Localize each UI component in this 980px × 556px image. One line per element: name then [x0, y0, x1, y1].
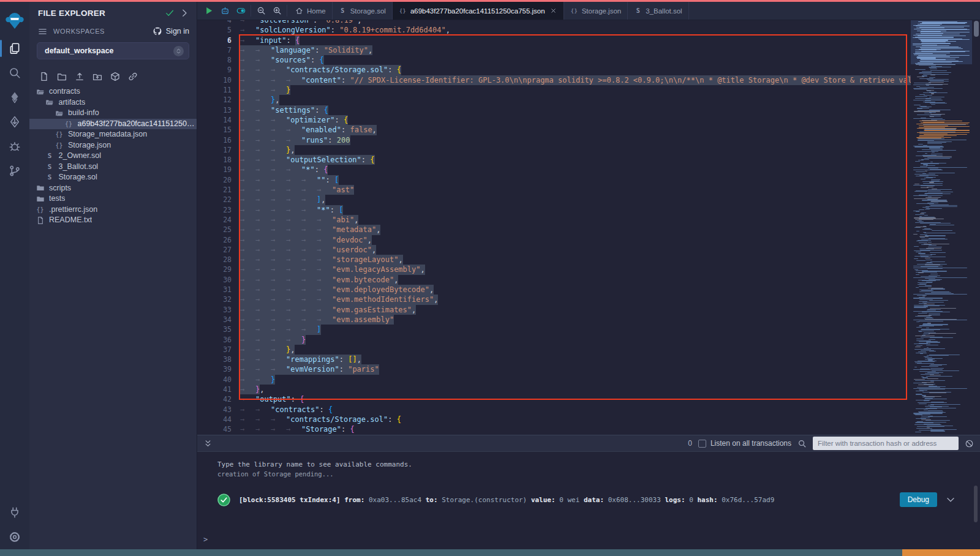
- code-line-41[interactable]: 41→},: [197, 385, 911, 394]
- run-script-button[interactable]: [201, 2, 217, 20]
- code-line-35[interactable]: 35→→→→→]: [197, 325, 911, 334]
- solidity-compiler-icon[interactable]: [0, 85, 29, 110]
- file-explorer-icon[interactable]: [0, 36, 29, 61]
- ai-assistant-icon[interactable]: [217, 2, 233, 20]
- code-line-43[interactable]: 43→→"contracts": {: [197, 405, 911, 415]
- deploy-run-icon[interactable]: [0, 110, 29, 134]
- code-line-25[interactable]: 25→→→→→→"metadata",: [197, 225, 911, 235]
- tab-a69b43f277ba20fcac141151250ca755-json[interactable]: {}a69b43f277ba20fcac141151250ca755.json: [393, 2, 564, 20]
- tree-item-readme-txt[interactable]: README.txt: [29, 215, 197, 226]
- debugger-icon[interactable]: [0, 134, 29, 159]
- code-line-40[interactable]: 40→→}: [197, 375, 911, 385]
- code-line-4[interactable]: 4→"solcVersion": "0.8.19",: [197, 20, 911, 25]
- code-line-44[interactable]: 44→→→"contracts/Storage.sol": {: [197, 415, 911, 424]
- clear-console-icon[interactable]: [965, 439, 974, 448]
- tree-item-scripts[interactable]: scripts: [29, 183, 197, 194]
- cube-icon[interactable]: [110, 72, 120, 81]
- code-line-33[interactable]: 33→→→→→→"evm.gasEstimates",: [197, 305, 911, 315]
- chevron-right-icon[interactable]: [179, 8, 189, 18]
- code-line-11[interactable]: 11→→→}: [197, 85, 911, 95]
- tree-item-contracts[interactable]: contracts: [29, 86, 197, 97]
- zoom-in-icon[interactable]: [269, 2, 285, 20]
- tree-item-2-owner-sol[interactable]: S2_Owner.sol: [29, 151, 197, 162]
- code-line-7[interactable]: 7→→"language": "Solidity",: [197, 45, 911, 55]
- code-line-34[interactable]: 34→→→→→→"evm.assembly": [197, 315, 911, 325]
- editor-scrollbar-thumb[interactable]: [974, 21, 979, 37]
- code-line-38[interactable]: 38→→→"remappings": [],: [197, 355, 911, 364]
- sign-in-button[interactable]: Sign in: [153, 26, 189, 36]
- code-line-8[interactable]: 8→→"sources": {: [197, 55, 911, 65]
- upload-file-icon[interactable]: [75, 72, 85, 81]
- tree-item-tests[interactable]: tests: [29, 193, 197, 205]
- close-tab-icon[interactable]: [550, 7, 557, 15]
- expand-terminal-icon[interactable]: [203, 439, 213, 448]
- new-folder-icon[interactable]: [57, 72, 67, 81]
- code-line-42[interactable]: 42→"output": {: [197, 394, 911, 404]
- search-icon[interactable]: [0, 61, 29, 85]
- minimap-viewport[interactable]: [911, 20, 972, 64]
- code-line-13[interactable]: 13→→"settings": {: [197, 105, 911, 115]
- code-line-19[interactable]: 19→→→→"*": {: [197, 165, 911, 175]
- tree-item-storage-json[interactable]: {}Storage.json: [29, 140, 197, 151]
- terminal-scrollbar-thumb[interactable]: [974, 486, 978, 522]
- code-line-18[interactable]: 18→→→"outputSelection": {: [197, 155, 911, 165]
- code-line-26[interactable]: 26→→→→→→"devdoc",: [197, 235, 911, 245]
- code-editor[interactable]: 4→"solcVersion": "0.8.19",5→"solcLongVer…: [197, 20, 980, 435]
- code-line-9[interactable]: 9→→→"contracts/Storage.sol": {: [197, 65, 911, 75]
- tab-storage-json[interactable]: {}Storage.json: [564, 2, 628, 20]
- transaction-row[interactable]: [block:5583405 txIndex:4] from: 0xa03...…: [217, 490, 956, 509]
- link-icon[interactable]: [128, 72, 138, 81]
- tab-3-ballot-sol[interactable]: S3_Ballot.sol: [628, 2, 688, 20]
- code-line-21[interactable]: 21→→→→→→"ast": [197, 185, 911, 195]
- new-file-icon[interactable]: [39, 72, 49, 81]
- tree-item-storage-metadata-json[interactable]: {}Storage_metadata.json: [29, 129, 197, 140]
- remix-logo-icon[interactable]: [0, 4, 29, 36]
- code-line-29[interactable]: 29→→→→→→"evm.legacyAssembly",: [197, 265, 911, 274]
- code-line-27[interactable]: 27→→→→→→"userdoc",: [197, 245, 911, 255]
- code-line-10[interactable]: 10→→→→"content": "// SPDX-License-Identi…: [197, 75, 911, 85]
- code-line-20[interactable]: 20→→→→→"": [: [197, 175, 911, 185]
- tab-storage-sol[interactable]: SStorage.sol: [333, 2, 393, 20]
- code-line-30[interactable]: 30→→→→→→"evm.bytecode",: [197, 275, 911, 285]
- upload-folder-icon[interactable]: [92, 72, 102, 81]
- code-line-37[interactable]: 37→→→},: [197, 345, 911, 355]
- editor-minimap[interactable]: [911, 20, 972, 435]
- tree-item-artifacts[interactable]: artifacts: [29, 97, 197, 108]
- code-line-36[interactable]: 36→→→→}: [197, 335, 911, 345]
- workspace-select[interactable]: default_workspace: [37, 42, 189, 59]
- tree-item-build-info[interactable]: build-info: [29, 108, 197, 119]
- tree-item-a69b43f277ba20fcac141151250ca7-[interactable]: {}a69b43f277ba20fcac141151250ca7...: [29, 119, 197, 130]
- code-line-22[interactable]: 22→→→→→],: [197, 195, 911, 205]
- code-line-14[interactable]: 14→→→"optimizer": {: [197, 115, 911, 125]
- search-icon[interactable]: [797, 439, 807, 448]
- settings-icon[interactable]: [0, 525, 29, 549]
- listen-checkbox[interactable]: [698, 440, 706, 448]
- code-line-39[interactable]: 39→→→"evmVersion": "paris": [197, 364, 911, 374]
- code-line-28[interactable]: 28→→→→→→"storageLayout",: [197, 255, 911, 265]
- code-line-45[interactable]: 45→→→→"Storage": {: [197, 424, 911, 434]
- code-line-16[interactable]: 16→→→→"runs": 200: [197, 135, 911, 145]
- tree-item-storage-sol[interactable]: SStorage.sol: [29, 172, 197, 183]
- code-line-15[interactable]: 15→→→→"enabled": false,: [197, 125, 911, 135]
- plugin-manager-icon[interactable]: [0, 500, 29, 525]
- code-line-6[interactable]: 6→"input": {: [197, 36, 911, 45]
- code-line-23[interactable]: 23→→→→→"*": [: [197, 205, 911, 215]
- listen-all-transactions[interactable]: Listen on all transactions: [698, 439, 791, 448]
- tree-item--prettierrc-json[interactable]: {}.prettierrc.json: [29, 205, 197, 216]
- debug-button[interactable]: Debug: [900, 492, 937, 507]
- transaction-filter-input[interactable]: [813, 437, 959, 450]
- ai-toggle-icon[interactable]: [233, 2, 249, 20]
- hamburger-icon[interactable]: [38, 27, 47, 36]
- zoom-out-icon[interactable]: [253, 2, 269, 20]
- git-icon[interactable]: [0, 159, 29, 183]
- tab-home[interactable]: Home: [289, 2, 333, 20]
- code-line-32[interactable]: 32→→→→→→"evm.methodIdentifiers",: [197, 295, 911, 304]
- expand-transaction-icon[interactable]: [946, 495, 956, 505]
- code-line-5[interactable]: 5→"solcLongVersion": "0.8.19+commit.7dd6…: [197, 25, 911, 35]
- code-line-12[interactable]: 12→→},: [197, 95, 911, 105]
- terminal-prompt[interactable]: >: [203, 535, 208, 544]
- code-line-24[interactable]: 24→→→→→→"abi",: [197, 215, 911, 225]
- tree-item-3-ballot-sol[interactable]: S3_Ballot.sol: [29, 162, 197, 173]
- code-line-31[interactable]: 31→→→→→→"evm.deployedBytecode",: [197, 285, 911, 295]
- code-line-17[interactable]: 17→→→},: [197, 145, 911, 155]
